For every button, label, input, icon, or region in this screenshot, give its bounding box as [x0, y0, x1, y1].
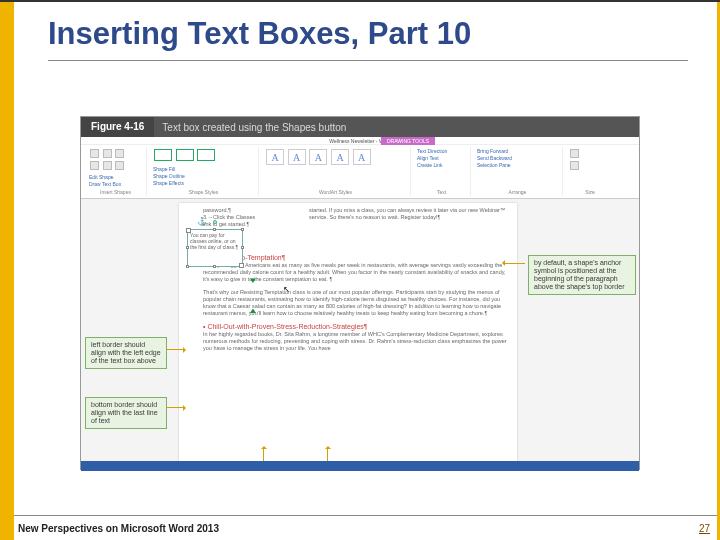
group-label: Text	[417, 189, 466, 195]
alignment-arrow	[327, 447, 328, 461]
word-title-bar: Wellness Newsletter - Word DRAWING TOOLS	[81, 137, 639, 145]
edit-shape-button[interactable]: Edit Shape	[89, 174, 142, 181]
group-label: WordArt Styles	[265, 189, 406, 195]
ribbon-group-shape-styles: Shape Fill Shape Outline Shape Effects S…	[149, 147, 259, 196]
ribbon-group-wordart-styles: A A A A A WordArt Styles	[261, 147, 411, 196]
shape-style-preset[interactable]	[197, 149, 215, 161]
shape-icon[interactable]	[115, 149, 124, 158]
shape-icon[interactable]	[103, 149, 112, 158]
cursor-icon: ↖	[283, 285, 290, 294]
shape-fill-button[interactable]: Shape Fill	[153, 166, 254, 173]
shape-icon[interactable]	[90, 149, 99, 158]
callout-arrow	[167, 349, 185, 350]
shape-style-preset[interactable]	[154, 149, 172, 161]
callout-anchor: by default, a shape's anchor symbol is p…	[528, 255, 636, 295]
alignment-caret-icon: ▾	[250, 275, 257, 285]
document-heading: Stand-Up-to-Temptation¶	[203, 254, 507, 261]
anchor-icon: ⚓	[197, 217, 207, 226]
selection-pane-button[interactable]: Selection Pane	[477, 162, 558, 169]
shape-effects-button[interactable]: Shape Effects	[153, 180, 254, 187]
ribbon-commands: Edit Shape Draw Text Box	[89, 174, 142, 188]
alignment-arrow	[263, 447, 264, 461]
shape-icon[interactable]	[115, 161, 124, 170]
ribbon-commands: Shape Fill Shape Outline Shape Effects	[153, 166, 254, 187]
ribbon-group-size: Size	[565, 147, 615, 196]
group-label: Shape Styles	[153, 189, 254, 195]
align-text-button[interactable]: Align Text	[417, 155, 466, 162]
text-box-content: You can pay for classes online, or on th…	[188, 230, 242, 252]
send-backward-button[interactable]: Send Backward	[477, 155, 558, 162]
shape-icon[interactable]	[90, 161, 99, 170]
document-canvas: password.¶ 3.→Click the Classes link to …	[81, 199, 639, 461]
figure-container: Figure 4-16 Text box created using the S…	[80, 116, 640, 470]
callout-arrow	[167, 407, 185, 408]
width-field[interactable]	[570, 161, 579, 170]
create-link-button[interactable]: Create Link	[417, 162, 466, 169]
slide-title: Inserting Text Boxes, Part 10	[48, 16, 471, 52]
alignment-caret-icon: ▴	[250, 305, 257, 315]
word-status-bar	[81, 461, 639, 471]
ribbon-group-insert-shapes: Edit Shape Draw Text Box Insert Shapes	[85, 147, 147, 196]
wordart-preset[interactable]: A	[288, 149, 306, 165]
figure-title: Text box created using the Shapes button	[154, 122, 346, 133]
shape-outline-button[interactable]: Shape Outline	[153, 173, 254, 180]
footer-rule	[14, 515, 717, 516]
draw-textbox-button[interactable]: Draw Text Box	[89, 181, 142, 188]
shape-style-preset[interactable]	[176, 149, 194, 161]
group-label: Size	[569, 189, 611, 195]
figure-number: Figure 4-16	[81, 117, 154, 137]
callout-left-border: left border should align with the left e…	[85, 337, 167, 369]
gold-accent-left	[0, 0, 14, 540]
height-field[interactable]	[570, 149, 579, 158]
shape-icon[interactable]	[103, 161, 112, 170]
resize-handle[interactable]	[241, 246, 244, 249]
ribbon-group-arrange: Bring Forward Send Backward Selection Pa…	[473, 147, 563, 196]
text-line: link to get started.¶	[203, 221, 507, 228]
wordart-preset[interactable]: A	[331, 149, 349, 165]
body-text-fragment: started. If you miss a class, you can al…	[309, 207, 509, 221]
wordart-preset[interactable]: A	[353, 149, 371, 165]
ribbon-group-text: Text Direction Align Text Create Link Te…	[413, 147, 471, 196]
resize-handle[interactable]	[213, 265, 216, 268]
callout-bottom-border: bottom border should align with the last…	[85, 397, 167, 429]
drawing-tools-tab[interactable]: DRAWING TOOLS	[381, 137, 435, 145]
document-paragraph: In her highly regarded books, Dr. Sita R…	[203, 331, 507, 352]
wordart-preset[interactable]: A	[266, 149, 284, 165]
page-number: 27	[699, 523, 710, 534]
word-window: Wellness Newsletter - Word DRAWING TOOLS…	[81, 137, 639, 471]
rotate-handle[interactable]	[213, 220, 217, 224]
text-direction-button[interactable]: Text Direction	[417, 148, 466, 155]
ribbon-commands: Text Direction Align Text Create Link	[417, 148, 466, 169]
footer-text: New Perspectives on Microsoft Word 2013	[18, 523, 219, 534]
title-underline	[48, 60, 688, 61]
bring-forward-button[interactable]: Bring Forward	[477, 148, 558, 155]
ribbon: Edit Shape Draw Text Box Insert Shapes S…	[81, 145, 639, 199]
document-paragraph: That's why our Resisting Temptation clas…	[203, 289, 507, 317]
document-heading: Chill-Out-with-Proven-Stress-Reduction-S…	[203, 323, 507, 330]
wordart-preset[interactable]: A	[309, 149, 327, 165]
resize-handle[interactable]	[186, 246, 189, 249]
callout-arrow	[503, 263, 525, 264]
group-label: Arrange	[477, 189, 558, 195]
inserted-text-box[interactable]: You can pay for classes online, or on th…	[187, 229, 243, 267]
resize-handle[interactable]	[241, 228, 244, 231]
resize-handle[interactable]	[186, 265, 189, 268]
group-label: Insert Shapes	[89, 189, 142, 195]
resize-handle[interactable]	[213, 228, 216, 231]
top-border-line	[0, 0, 720, 2]
document-paragraph: Surveys suggest Americans eat as many as…	[203, 262, 507, 283]
figure-header: Figure 4-16 Text box created using the S…	[81, 117, 639, 137]
ribbon-commands: Bring Forward Send Backward Selection Pa…	[477, 148, 558, 169]
